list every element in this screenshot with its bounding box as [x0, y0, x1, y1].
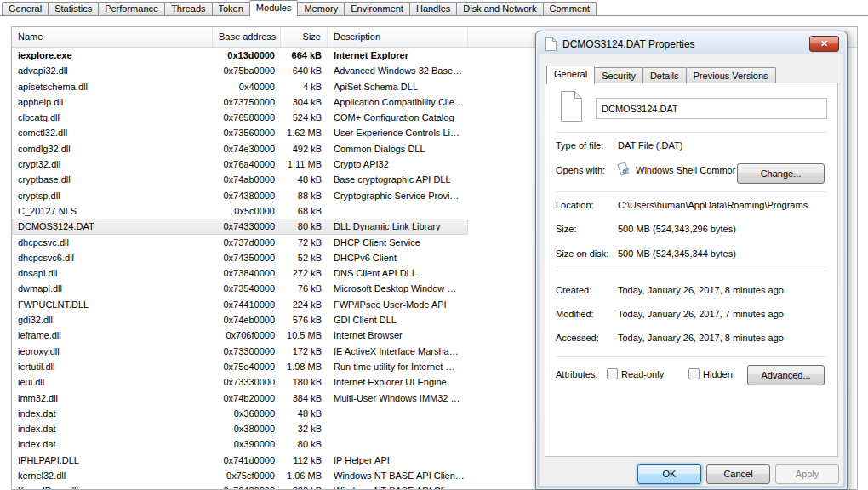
column-header-size[interactable]: Size	[281, 27, 328, 47]
module-base-address-cell: 0x73560000	[213, 125, 281, 140]
module-name-cell: ieproxy.dll	[12, 344, 213, 359]
table-row[interactable]: index.dat 0x380000 32 kB	[12, 421, 468, 436]
tab-performance[interactable]: Performance	[98, 2, 165, 15]
column-header-description[interactable]: Description	[328, 27, 468, 47]
tab-modules[interactable]: Modules	[249, 0, 299, 16]
module-size-cell: 664 kB	[281, 48, 328, 63]
dialog-tab-security[interactable]: Security	[594, 67, 643, 83]
table-row[interactable]: iertutil.dll 0x75e40000 1.98 MB Run time…	[12, 359, 468, 374]
tab-memory[interactable]: Memory	[297, 2, 345, 15]
attributes-label: Attributes:	[556, 369, 598, 379]
tab-environment[interactable]: Environment	[344, 2, 410, 15]
table-row[interactable]: dhcpcsvc.dll 0x737d0000 72 kB DHCP Clien…	[12, 235, 468, 250]
module-size-cell: 32 kB	[281, 421, 328, 436]
table-row[interactable]: ieproxy.dll 0x73300000 172 kB IE ActiveX…	[12, 344, 468, 359]
tab-handles[interactable]: Handles	[409, 2, 457, 15]
dialog-titlebar[interactable]: DCMOS3124.DAT Properties	[545, 36, 804, 53]
module-base-address-cell: 0x76a40000	[213, 157, 281, 172]
type-of-file-label: Type of file:	[556, 140, 603, 151]
table-row[interactable]: apisetschema.dll 0x40000 4 kB ApiSet Sch…	[12, 79, 468, 94]
table-row[interactable]: kernel32.dll 0x75cf0000 1.06 MB Windows …	[12, 468, 468, 483]
size-value: 500 MB (524,343,296 bytes)	[618, 224, 736, 234]
module-size-cell: 1.98 MB	[281, 359, 328, 374]
module-size-cell: 112 kB	[281, 453, 328, 468]
module-size-cell: 492 kB	[281, 141, 328, 157]
tab-disk-and-network[interactable]: Disk and Network	[456, 2, 543, 15]
module-name-cell: iertutil.dll	[12, 359, 213, 374]
module-description-cell	[328, 436, 468, 452]
table-row[interactable]: dhcpcsvc6.dll 0x74350000 52 kB DHCPv6 Cl…	[12, 250, 468, 265]
change-button[interactable]: Change...	[737, 163, 825, 184]
table-row[interactable]: advapi32.dll 0x75ba0000 640 kB Advanced …	[12, 63, 468, 78]
file-name-input[interactable]	[596, 98, 827, 119]
table-row[interactable]: FWPUCLNT.DLL 0x74410000 224 kB FWP/IPsec…	[12, 297, 468, 312]
table-row[interactable]: crypt32.dll 0x76a40000 1.11 MB Crypto AP…	[12, 157, 468, 172]
table-row[interactable]: index.dat 0x360000 48 kB	[12, 406, 468, 421]
column-header-base-address[interactable]: Base address	[213, 27, 281, 47]
module-base-address-cell: 0x74330000	[213, 219, 281, 234]
module-description-cell: IP Helper API	[328, 453, 468, 468]
tab-general[interactable]: General	[2, 2, 49, 15]
size-on-disk-value: 500 MB (524,345,344 bytes)	[618, 248, 736, 259]
table-row[interactable]: cryptbase.dll 0x74ab0000 48 kB Base cryp…	[12, 172, 468, 187]
table-row[interactable]: C_20127.NLS 0x5c0000 68 kB	[12, 203, 468, 219]
module-base-address-cell: 0x74e30000	[213, 141, 281, 157]
modified-label: Modified:	[556, 309, 594, 319]
close-button[interactable]: ✕	[809, 36, 839, 52]
tab-statistics[interactable]: Statistics	[48, 2, 99, 15]
ok-button[interactable]: OK	[637, 464, 701, 484]
table-row[interactable]: comdlg32.dll 0x74e30000 492 kB Common Di…	[12, 141, 468, 157]
file-icon	[545, 37, 557, 51]
module-size-cell: 280 kB	[281, 483, 328, 490]
module-name-cell: advapi32.dll	[12, 63, 213, 78]
table-row[interactable]: iexplore.exe 0x13d0000 664 kB Internet E…	[12, 48, 468, 63]
table-row[interactable]: clbcatq.dll 0x76580000 524 kB COM+ Confi…	[12, 110, 468, 125]
cancel-button[interactable]: Cancel	[706, 464, 770, 484]
table-row[interactable]: ieframe.dll 0x706f0000 10.5 MB Internet …	[12, 328, 468, 343]
module-base-address-cell: 0x73840000	[213, 265, 281, 281]
dialog-button-row: OK Cancel Apply	[540, 464, 843, 485]
tab-token[interactable]: Token	[212, 2, 250, 15]
module-name-cell: dnsapi.dll	[12, 265, 213, 281]
module-size-cell: 304 kB	[281, 94, 328, 110]
module-name-cell: comdlg32.dll	[12, 141, 213, 157]
advanced-button[interactable]: Advanced...	[747, 365, 825, 385]
apply-button[interactable]: Apply	[775, 464, 839, 484]
table-row[interactable]: KernelBase.dll 0x76430000 280 kB Windows…	[12, 483, 468, 490]
module-name-cell: KernelBase.dll	[12, 483, 213, 490]
readonly-checkbox[interactable]	[607, 368, 618, 379]
module-name-cell: index.dat	[12, 436, 213, 452]
module-base-address-cell: 0x13d0000	[213, 48, 281, 63]
module-description-cell: Base cryptographic API DLL	[328, 172, 468, 187]
module-name-cell: C_20127.NLS	[12, 203, 213, 219]
module-base-address-cell: 0x380000	[213, 421, 281, 436]
table-row[interactable]: imm32.dll 0x74b20000 384 kB Multi-User W…	[12, 390, 468, 406]
table-row[interactable]: apphelp.dll 0x73750000 304 kB Applicatio…	[12, 94, 468, 110]
column-header-name[interactable]: Name	[12, 27, 213, 47]
dialog-tab-details[interactable]: Details	[642, 67, 687, 83]
table-row[interactable]: comctl32.dll 0x73560000 1.62 MB User Exp…	[12, 125, 468, 140]
table-row[interactable]: cryptsp.dll 0x74380000 88 kB Cryptograph…	[12, 188, 468, 203]
dialog-tab-general[interactable]: General	[546, 66, 595, 84]
table-row[interactable]: gdi32.dll 0x74eb0000 576 kB GDI Client D…	[12, 312, 468, 328]
module-base-address-cell: 0x360000	[213, 406, 281, 421]
dialog-tab-previous-versions[interactable]: Previous Versions	[686, 67, 776, 83]
table-row[interactable]: IPHLPAPI.DLL 0x741d0000 112 kB IP Helper…	[12, 453, 468, 468]
module-description-cell: Common Dialogs DLL	[328, 141, 468, 157]
module-description-cell: Cryptographic Service Provi…	[328, 188, 468, 203]
table-row[interactable]: index.dat 0x390000 80 kB	[12, 436, 468, 452]
dialog-client-area: GeneralSecurityDetailsPrevious Versions …	[540, 54, 843, 486]
tab-comment[interactable]: Comment	[543, 2, 597, 15]
table-row[interactable]: DCMOS3124.DAT 0x74330000 80 kB DLL Dynam…	[12, 219, 468, 234]
table-row[interactable]: dwmapi.dll 0x73540000 76 kB Microsoft De…	[12, 281, 468, 296]
location-label: Location:	[556, 200, 594, 210]
hidden-checkbox[interactable]	[688, 368, 700, 379]
table-row[interactable]: ieui.dll 0x73330000 180 kB Internet Expl…	[12, 374, 468, 390]
module-name-cell: crypt32.dll	[12, 157, 213, 172]
module-description-cell: IE ActiveX Interface Marsha…	[328, 344, 468, 359]
module-description-cell: DNS Client API DLL	[328, 265, 468, 281]
table-row[interactable]: dnsapi.dll 0x73840000 272 kB DNS Client …	[12, 265, 468, 281]
separator	[556, 191, 827, 193]
tab-threads[interactable]: Threads	[164, 2, 212, 15]
module-base-address-cell: 0x706f0000	[213, 328, 281, 343]
